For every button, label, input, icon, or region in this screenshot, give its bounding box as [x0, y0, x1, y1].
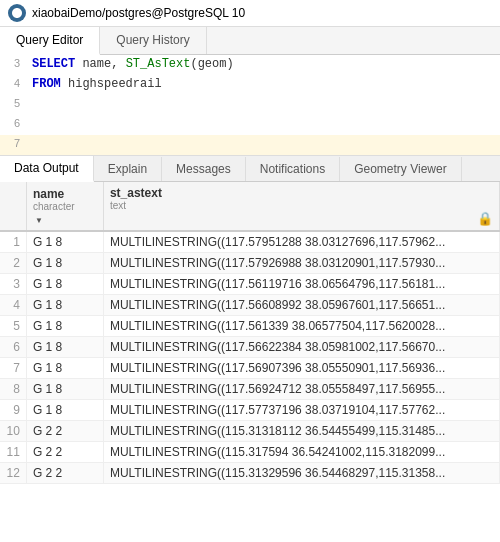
- col-name-label: name: [33, 187, 64, 201]
- btab-data-output[interactable]: Data Output: [0, 156, 94, 182]
- cell-geom: MULTILINESTRING((117.56924712 38.0555849…: [103, 379, 499, 400]
- cell-geom: MULTILINESTRING((117.56608992 38.0596760…: [103, 295, 499, 316]
- sql-line-6: 6: [0, 115, 500, 135]
- cell-name: G 1 8: [26, 316, 103, 337]
- sql-line-7: 7: [0, 135, 500, 155]
- sql-code-5: [28, 103, 36, 107]
- cell-name: G 1 8: [26, 400, 103, 421]
- cell-geom: MULTILINESTRING((117.57926988 38.0312090…: [103, 253, 499, 274]
- sql-line-5: 5: [0, 95, 500, 115]
- table-row: 3G 1 8MULTILINESTRING((117.56119716 38.0…: [0, 274, 500, 295]
- table-row: 1G 1 8MULTILINESTRING((117.57951288 38.0…: [0, 231, 500, 253]
- row-num: 4: [0, 295, 26, 316]
- data-table-wrapper[interactable]: name character st_astext text 🔒 1G 1 8MU…: [0, 182, 500, 535]
- row-num: 11: [0, 442, 26, 463]
- row-num: 12: [0, 463, 26, 484]
- table-body: 1G 1 8MULTILINESTRING((117.57951288 38.0…: [0, 231, 500, 484]
- cell-geom: MULTILINESTRING((117.56622384 38.0598100…: [103, 337, 499, 358]
- table-row: 11G 2 2MULTILINESTRING((115.317594 36.54…: [0, 442, 500, 463]
- col-geom: st_astext text 🔒: [103, 182, 499, 231]
- sql-code-6: [28, 123, 36, 127]
- table-header-row: name character st_astext text 🔒: [0, 182, 500, 231]
- postgres-icon: [8, 4, 26, 22]
- line-num-4: 4: [0, 75, 28, 91]
- table-row: 5G 1 8MULTILINESTRING((117.561339 38.065…: [0, 316, 500, 337]
- sql-line-4: 4 FROM highspeedrail: [0, 75, 500, 95]
- lock-icon: 🔒: [477, 211, 493, 226]
- row-num: 3: [0, 274, 26, 295]
- row-num: 7: [0, 358, 26, 379]
- table-row: 8G 1 8MULTILINESTRING((117.56924712 38.0…: [0, 379, 500, 400]
- title-bar: xiaobaiDemo/postgres@PostgreSQL 10: [0, 0, 500, 27]
- cell-geom: MULTILINESTRING((115.31329596 36.5446829…: [103, 463, 499, 484]
- title-text: xiaobaiDemo/postgres@PostgreSQL 10: [32, 6, 245, 20]
- table-row: 9G 1 8MULTILINESTRING((117.57737196 38.0…: [0, 400, 500, 421]
- col-rownum: [0, 182, 26, 231]
- btab-explain[interactable]: Explain: [94, 157, 162, 181]
- cell-name: G 1 8: [26, 358, 103, 379]
- btab-messages[interactable]: Messages: [162, 157, 246, 181]
- row-num: 6: [0, 337, 26, 358]
- cell-geom: MULTILINESTRING((117.561339 38.06577504,…: [103, 316, 499, 337]
- col-name[interactable]: name character: [26, 182, 103, 231]
- sql-line-3: 3 SELECT name, ST_AsText(geom): [0, 55, 500, 75]
- table-row: 6G 1 8MULTILINESTRING((117.56622384 38.0…: [0, 337, 500, 358]
- row-num: 8: [0, 379, 26, 400]
- col-name-type: character: [33, 201, 97, 212]
- data-table: name character st_astext text 🔒 1G 1 8MU…: [0, 182, 500, 484]
- table-row: 2G 1 8MULTILINESTRING((117.57926988 38.0…: [0, 253, 500, 274]
- cell-geom: MULTILINESTRING((117.56907396 38.0555090…: [103, 358, 499, 379]
- row-num: 1: [0, 231, 26, 253]
- cell-name: G 1 8: [26, 253, 103, 274]
- bottom-tabs: Data Output Explain Messages Notificatio…: [0, 156, 500, 182]
- sql-code-3: SELECT name, ST_AsText(geom): [28, 55, 238, 73]
- table-row: 10G 2 2MULTILINESTRING((115.31318112 36.…: [0, 421, 500, 442]
- cell-name: G 1 8: [26, 337, 103, 358]
- tab-query-history[interactable]: Query History: [100, 27, 206, 54]
- cell-name: G 2 2: [26, 421, 103, 442]
- sql-code-4: FROM highspeedrail: [28, 75, 166, 93]
- table-row: 4G 1 8MULTILINESTRING((117.56608992 38.0…: [0, 295, 500, 316]
- row-num: 2: [0, 253, 26, 274]
- btab-geometry-viewer[interactable]: Geometry Viewer: [340, 157, 461, 181]
- btab-notifications[interactable]: Notifications: [246, 157, 340, 181]
- cell-name: G 1 8: [26, 379, 103, 400]
- row-num: 9: [0, 400, 26, 421]
- cell-geom: MULTILINESTRING((117.56119716 38.0656479…: [103, 274, 499, 295]
- tab-bar: Query Editor Query History: [0, 27, 500, 55]
- cell-name: G 1 8: [26, 231, 103, 253]
- cell-geom: MULTILINESTRING((117.57737196 38.0371910…: [103, 400, 499, 421]
- row-num: 5: [0, 316, 26, 337]
- table-row: 12G 2 2MULTILINESTRING((115.31329596 36.…: [0, 463, 500, 484]
- cell-name: G 1 8: [26, 274, 103, 295]
- col-geom-type: text: [110, 200, 493, 211]
- row-num: 10: [0, 421, 26, 442]
- table-row: 7G 1 8MULTILINESTRING((117.56907396 38.0…: [0, 358, 500, 379]
- cell-name: G 2 2: [26, 463, 103, 484]
- tab-query-editor[interactable]: Query Editor: [0, 27, 100, 55]
- line-num-3: 3: [0, 55, 28, 71]
- line-num-7: 7: [0, 135, 28, 151]
- line-num-5: 5: [0, 95, 28, 111]
- sql-editor[interactable]: 3 SELECT name, ST_AsText(geom) 4 FROM hi…: [0, 55, 500, 156]
- cell-name: G 1 8: [26, 295, 103, 316]
- col-geom-label: st_astext: [110, 186, 162, 200]
- cell-geom: MULTILINESTRING((115.317594 36.54241002,…: [103, 442, 499, 463]
- cell-geom: MULTILINESTRING((115.31318112 36.5445549…: [103, 421, 499, 442]
- cell-geom: MULTILINESTRING((117.57951288 38.0312769…: [103, 231, 499, 253]
- line-num-6: 6: [0, 115, 28, 131]
- cell-name: G 2 2: [26, 442, 103, 463]
- sql-code-7: [28, 143, 36, 147]
